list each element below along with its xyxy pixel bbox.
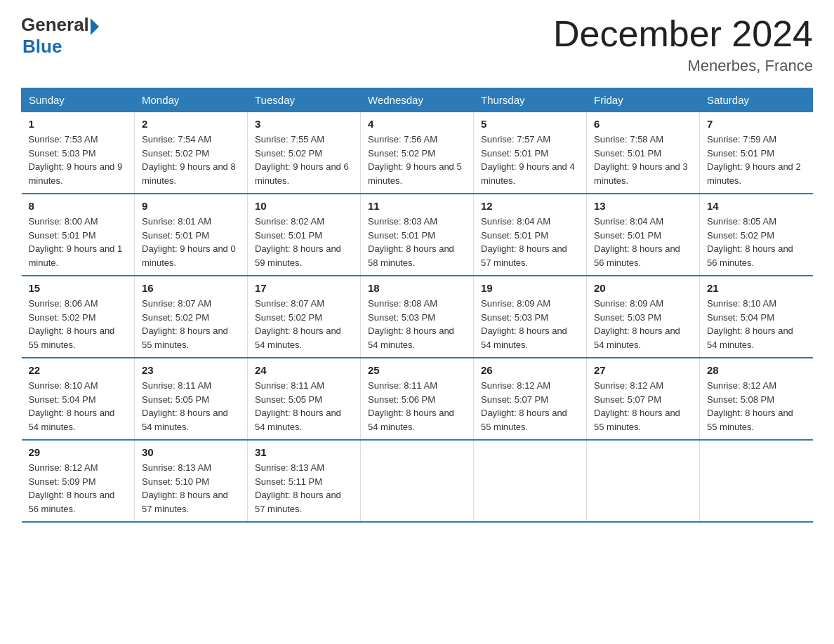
- day-number: 13: [594, 200, 692, 212]
- calendar-cell: 5 Sunrise: 7:57 AMSunset: 5:01 PMDayligh…: [474, 112, 587, 194]
- day-info: Sunrise: 8:12 AMSunset: 5:09 PMDaylight:…: [29, 462, 115, 514]
- day-info: Sunrise: 8:10 AMSunset: 5:04 PMDaylight:…: [29, 380, 115, 432]
- calendar-cell: [587, 440, 700, 522]
- calendar-cell: [361, 440, 474, 522]
- day-number: 3: [255, 118, 353, 130]
- logo-general-text: General: [21, 14, 89, 36]
- day-info: Sunrise: 7:58 AMSunset: 5:01 PMDaylight:…: [594, 134, 688, 186]
- day-number: 10: [255, 200, 353, 212]
- day-number: 6: [594, 118, 692, 130]
- calendar-cell: [700, 440, 813, 522]
- day-info: Sunrise: 8:08 AMSunset: 5:03 PMDaylight:…: [368, 298, 454, 350]
- day-number: 5: [481, 118, 579, 130]
- calendar-cell: 4 Sunrise: 7:56 AMSunset: 5:02 PMDayligh…: [361, 112, 474, 194]
- day-info: Sunrise: 8:04 AMSunset: 5:01 PMDaylight:…: [594, 216, 680, 268]
- calendar-cell: 8 Sunrise: 8:00 AMSunset: 5:01 PMDayligh…: [22, 194, 135, 276]
- header-cell-wednesday: Wednesday: [361, 88, 474, 112]
- calendar-cell: 23 Sunrise: 8:11 AMSunset: 5:05 PMDaylig…: [135, 358, 248, 440]
- day-number: 20: [594, 282, 692, 294]
- calendar-cell: 12 Sunrise: 8:04 AMSunset: 5:01 PMDaylig…: [474, 194, 587, 276]
- day-number: 25: [368, 364, 466, 376]
- day-info: Sunrise: 8:07 AMSunset: 5:02 PMDaylight:…: [255, 298, 341, 350]
- day-number: 31: [255, 446, 353, 458]
- day-number: 8: [29, 200, 128, 212]
- calendar-cell: 16 Sunrise: 8:07 AMSunset: 5:02 PMDaylig…: [135, 276, 248, 358]
- day-number: 11: [368, 200, 466, 212]
- calendar-cell: 21 Sunrise: 8:10 AMSunset: 5:04 PMDaylig…: [700, 276, 813, 358]
- calendar-row: 1 Sunrise: 7:53 AMSunset: 5:03 PMDayligh…: [22, 112, 813, 194]
- calendar-cell: 22 Sunrise: 8:10 AMSunset: 5:04 PMDaylig…: [22, 358, 135, 440]
- calendar-cell: 1 Sunrise: 7:53 AMSunset: 5:03 PMDayligh…: [22, 112, 135, 194]
- calendar-cell: 14 Sunrise: 8:05 AMSunset: 5:02 PMDaylig…: [700, 194, 813, 276]
- day-number: 12: [481, 200, 579, 212]
- day-number: 28: [707, 364, 806, 376]
- day-info: Sunrise: 8:12 AMSunset: 5:07 PMDaylight:…: [594, 380, 680, 432]
- calendar-cell: 24 Sunrise: 8:11 AMSunset: 5:05 PMDaylig…: [248, 358, 361, 440]
- page-subtitle: Menerbes, France: [553, 57, 813, 75]
- day-info: Sunrise: 8:09 AMSunset: 5:03 PMDaylight:…: [594, 298, 680, 350]
- day-number: 22: [29, 364, 128, 376]
- calendar-row: 22 Sunrise: 8:10 AMSunset: 5:04 PMDaylig…: [22, 358, 813, 440]
- day-number: 17: [255, 282, 353, 294]
- day-info: Sunrise: 8:12 AMSunset: 5:08 PMDaylight:…: [707, 380, 793, 432]
- header-cell-tuesday: Tuesday: [248, 88, 361, 112]
- day-info: Sunrise: 8:12 AMSunset: 5:07 PMDaylight:…: [481, 380, 567, 432]
- day-number: 24: [255, 364, 353, 376]
- logo-arrow-icon: [91, 18, 99, 35]
- day-number: 15: [29, 282, 128, 294]
- calendar-table: SundayMondayTuesdayWednesdayThursdayFrid…: [21, 88, 813, 523]
- calendar-cell: 20 Sunrise: 8:09 AMSunset: 5:03 PMDaylig…: [587, 276, 700, 358]
- page-header: General Blue December 2024 Menerbes, Fra…: [21, 14, 813, 75]
- day-info: Sunrise: 7:57 AMSunset: 5:01 PMDaylight:…: [481, 134, 575, 186]
- page-title: December 2024: [553, 14, 813, 54]
- calendar-cell: 13 Sunrise: 8:04 AMSunset: 5:01 PMDaylig…: [587, 194, 700, 276]
- calendar-cell: 31 Sunrise: 8:13 AMSunset: 5:11 PMDaylig…: [248, 440, 361, 522]
- day-info: Sunrise: 8:11 AMSunset: 5:05 PMDaylight:…: [142, 380, 228, 432]
- title-area: December 2024 Menerbes, France: [553, 14, 813, 75]
- calendar-cell: [474, 440, 587, 522]
- calendar-cell: 28 Sunrise: 8:12 AMSunset: 5:08 PMDaylig…: [700, 358, 813, 440]
- calendar-cell: 27 Sunrise: 8:12 AMSunset: 5:07 PMDaylig…: [587, 358, 700, 440]
- day-number: 14: [707, 200, 806, 212]
- calendar-header: SundayMondayTuesdayWednesdayThursdayFrid…: [22, 88, 813, 112]
- calendar-cell: 3 Sunrise: 7:55 AMSunset: 5:02 PMDayligh…: [248, 112, 361, 194]
- logo-blue-text: Blue: [22, 36, 62, 58]
- day-info: Sunrise: 8:11 AMSunset: 5:05 PMDaylight:…: [255, 380, 341, 432]
- calendar-cell: 9 Sunrise: 8:01 AMSunset: 5:01 PMDayligh…: [135, 194, 248, 276]
- day-number: 23: [142, 364, 240, 376]
- day-info: Sunrise: 8:01 AMSunset: 5:01 PMDaylight:…: [142, 216, 236, 268]
- day-info: Sunrise: 7:53 AMSunset: 5:03 PMDaylight:…: [29, 134, 123, 186]
- day-number: 19: [481, 282, 579, 294]
- day-info: Sunrise: 8:06 AMSunset: 5:02 PMDaylight:…: [29, 298, 115, 350]
- day-info: Sunrise: 8:05 AMSunset: 5:02 PMDaylight:…: [707, 216, 793, 268]
- day-number: 18: [368, 282, 466, 294]
- day-number: 16: [142, 282, 240, 294]
- day-info: Sunrise: 8:03 AMSunset: 5:01 PMDaylight:…: [368, 216, 454, 268]
- calendar-cell: 25 Sunrise: 8:11 AMSunset: 5:06 PMDaylig…: [361, 358, 474, 440]
- calendar-row: 8 Sunrise: 8:00 AMSunset: 5:01 PMDayligh…: [22, 194, 813, 276]
- day-number: 21: [707, 282, 806, 294]
- header-cell-friday: Friday: [587, 88, 700, 112]
- day-info: Sunrise: 8:00 AMSunset: 5:01 PMDaylight:…: [29, 216, 123, 268]
- header-cell-thursday: Thursday: [474, 88, 587, 112]
- day-number: 9: [142, 200, 240, 212]
- day-number: 2: [142, 118, 240, 130]
- day-number: 30: [142, 446, 240, 458]
- day-number: 29: [29, 446, 128, 458]
- calendar-cell: 11 Sunrise: 8:03 AMSunset: 5:01 PMDaylig…: [361, 194, 474, 276]
- calendar-body: 1 Sunrise: 7:53 AMSunset: 5:03 PMDayligh…: [22, 112, 813, 523]
- day-number: 4: [368, 118, 466, 130]
- header-cell-sunday: Sunday: [22, 88, 135, 112]
- day-info: Sunrise: 8:09 AMSunset: 5:03 PMDaylight:…: [481, 298, 567, 350]
- header-cell-saturday: Saturday: [700, 88, 813, 112]
- day-number: 27: [594, 364, 692, 376]
- calendar-cell: 2 Sunrise: 7:54 AMSunset: 5:02 PMDayligh…: [135, 112, 248, 194]
- calendar-cell: 17 Sunrise: 8:07 AMSunset: 5:02 PMDaylig…: [248, 276, 361, 358]
- calendar-cell: 29 Sunrise: 8:12 AMSunset: 5:09 PMDaylig…: [22, 440, 135, 522]
- calendar-cell: 7 Sunrise: 7:59 AMSunset: 5:01 PMDayligh…: [700, 112, 813, 194]
- calendar-row: 15 Sunrise: 8:06 AMSunset: 5:02 PMDaylig…: [22, 276, 813, 358]
- calendar-cell: 18 Sunrise: 8:08 AMSunset: 5:03 PMDaylig…: [361, 276, 474, 358]
- calendar-cell: 26 Sunrise: 8:12 AMSunset: 5:07 PMDaylig…: [474, 358, 587, 440]
- header-row: SundayMondayTuesdayWednesdayThursdayFrid…: [22, 88, 813, 112]
- day-info: Sunrise: 7:59 AMSunset: 5:01 PMDaylight:…: [707, 134, 801, 186]
